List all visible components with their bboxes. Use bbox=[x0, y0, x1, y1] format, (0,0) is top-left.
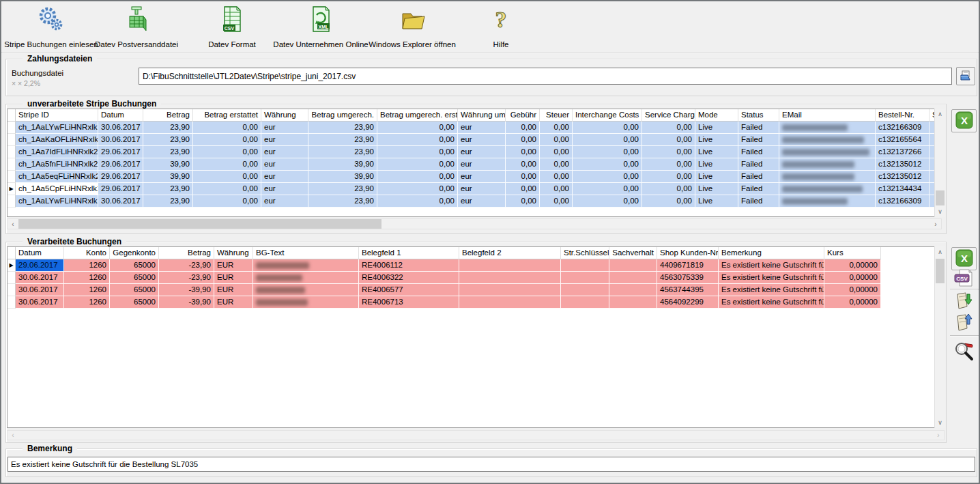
cell-bemerkung[interactable]: Es existiert keine Gutschrift für bbox=[719, 284, 824, 296]
cell-belegfeld1[interactable]: RE4006322 bbox=[359, 272, 459, 284]
cell-status[interactable]: Failed bbox=[738, 146, 779, 158]
table-row[interactable]: ch_1Aa5eqFLiHNRxlk2l29.06.201739,900,00e… bbox=[8, 171, 945, 183]
cell-waehrung-umg[interactable]: eur bbox=[458, 195, 506, 208]
cell-mode[interactable]: Live bbox=[695, 158, 738, 171]
column-header-sachverhalt[interactable]: Sachverhalt bbox=[609, 247, 657, 259]
cell-steuer[interactable]: 0,00 bbox=[540, 158, 573, 171]
cell-bemerkung[interactable]: Es existiert keine Gutschrift für bbox=[719, 259, 824, 272]
cell-betrag-umgerech-erst[interactable]: 0,00 bbox=[377, 195, 458, 208]
cell-status[interactable]: Failed bbox=[738, 195, 779, 208]
column-header-shop-kunden-nr[interactable]: Shop Kunden-Nr. bbox=[657, 247, 719, 259]
column-header-mode[interactable]: Mode bbox=[695, 109, 738, 122]
cell-bg-text[interactable] bbox=[253, 296, 359, 309]
cell-betrag-umgerech[interactable]: 23,90 bbox=[308, 122, 377, 134]
column-header-belegfeld1[interactable]: Belegfeld 1 bbox=[359, 247, 459, 259]
cell-kurs[interactable]: 0,00000 bbox=[824, 296, 881, 309]
cell-service-charge[interactable]: 0,00 bbox=[642, 195, 695, 208]
cell-bestell-nr[interactable]: c132134434 bbox=[876, 183, 929, 195]
cell-gebuehr[interactable]: 0,00 bbox=[506, 134, 540, 146]
cell-gegenkonto[interactable]: 65000 bbox=[110, 284, 159, 296]
cell-waehrung[interactable]: eur bbox=[261, 134, 308, 146]
column-header-service-charge[interactable]: Service Charge bbox=[642, 109, 695, 122]
cell-gebuehr[interactable]: 0,00 bbox=[506, 146, 540, 158]
cell-betrag-umgerech[interactable]: 39,90 bbox=[308, 158, 377, 171]
datev-unternehmen-online-button[interactable]: XML Datev Unternehmen Online bbox=[275, 5, 366, 48]
cell-belegfeld2[interactable] bbox=[459, 259, 561, 272]
cell-belegfeld2[interactable] bbox=[459, 272, 561, 284]
cell-betrag[interactable]: 23,90 bbox=[143, 183, 193, 195]
cell-gegenkonto[interactable]: 65000 bbox=[110, 272, 159, 284]
bemerkung-input[interactable] bbox=[8, 457, 975, 472]
cell-betrag-erstattet[interactable]: 0,00 bbox=[193, 122, 261, 134]
cell-betrag-erstattet[interactable]: 0,00 bbox=[193, 158, 261, 171]
column-header-gegenkonto[interactable]: Gegenkonto bbox=[110, 247, 159, 259]
cell-betrag[interactable]: 39,90 bbox=[143, 158, 193, 171]
cell-konto[interactable]: 1260 bbox=[64, 284, 110, 296]
cell-belegfeld1[interactable]: RE4006577 bbox=[359, 284, 459, 296]
cell-mode[interactable]: Live bbox=[695, 122, 738, 134]
cell-betrag-erstattet[interactable]: 0,00 bbox=[193, 134, 261, 146]
cell-interchange-costs[interactable]: 0,00 bbox=[573, 183, 642, 195]
cell-kurs[interactable]: 0,00000 bbox=[824, 259, 881, 272]
cell-service-charge[interactable]: 0,00 bbox=[642, 122, 695, 134]
cell-status[interactable]: Failed bbox=[738, 171, 779, 183]
cell-betrag[interactable]: -23,90 bbox=[159, 259, 214, 272]
cell-betrag-erstattet[interactable]: 0,00 bbox=[193, 146, 261, 158]
cell-waehrung-umg[interactable]: eur bbox=[458, 183, 506, 195]
cell-stripe-id[interactable]: ch_1Aa5eqFLiHNRxlk2l bbox=[16, 171, 98, 183]
cell-bg-text[interactable] bbox=[253, 272, 359, 284]
cell-konto[interactable]: 1260 bbox=[64, 296, 110, 309]
cell-datum[interactable]: 29.06.2017 bbox=[98, 183, 143, 195]
cell-shop-kunden-nr[interactable]: 4563075339 bbox=[657, 272, 719, 284]
cell-belegfeld2[interactable] bbox=[459, 284, 561, 296]
cell-betrag-umgerech[interactable]: 23,90 bbox=[308, 146, 377, 158]
cell-stripe-id[interactable]: ch_1AaLYwFLiHNRxlk2 bbox=[16, 122, 98, 134]
cell-betrag-umgerech[interactable]: 39,90 bbox=[308, 171, 377, 183]
cell-email[interactable] bbox=[779, 183, 876, 195]
column-header-datum[interactable]: Datum bbox=[98, 109, 143, 122]
cell-bg-text[interactable] bbox=[253, 284, 359, 296]
cell-datum[interactable]: 30.06.2017 bbox=[16, 296, 64, 309]
cell-status[interactable]: Failed bbox=[738, 122, 779, 134]
cell-status[interactable]: Failed bbox=[738, 183, 779, 195]
cell-waehrung-umg[interactable]: eur bbox=[458, 171, 506, 183]
browse-file-button[interactable] bbox=[956, 67, 975, 85]
cell-kurs[interactable]: 0,00000 bbox=[824, 284, 881, 296]
cell-bestell-nr[interactable]: c132166309 bbox=[876, 122, 929, 134]
cell-waehrung[interactable]: eur bbox=[261, 195, 308, 208]
cell-stripe-id[interactable]: ch_1AaKaOFLiHNRxlk2 bbox=[16, 134, 98, 146]
cell-betrag-umgerech-erst[interactable]: 0,00 bbox=[377, 171, 458, 183]
processed-grid-horizontal-scrollbar[interactable]: ‹ › bbox=[7, 430, 945, 440]
cell-email[interactable] bbox=[779, 195, 876, 208]
scroll-left-arrow[interactable]: ‹ bbox=[8, 219, 18, 229]
scroll-right-arrow[interactable]: › bbox=[933, 431, 944, 440]
cell-mode[interactable]: Live bbox=[695, 134, 738, 146]
cell-service-charge[interactable]: 0,00 bbox=[642, 146, 695, 158]
buchungsdatei-path-input[interactable] bbox=[139, 68, 952, 85]
cell-waehrung[interactable]: eur bbox=[261, 158, 308, 171]
hilfe-button[interactable]: ? Hilfe bbox=[480, 5, 522, 48]
cell-datum[interactable]: 30.06.2017 bbox=[98, 122, 143, 134]
cell-mode[interactable]: Live bbox=[695, 146, 738, 158]
cell-betrag-umgerech-erst[interactable]: 0,00 bbox=[377, 183, 458, 195]
cell-waehrung[interactable]: eur bbox=[261, 183, 308, 195]
cell-waehrung[interactable]: EUR bbox=[214, 284, 253, 296]
cell-shop-kunden-nr[interactable]: 4409671819 bbox=[657, 259, 719, 272]
cell-betrag-umgerech[interactable]: 23,90 bbox=[308, 195, 377, 208]
scrollbar-thumb[interactable] bbox=[936, 190, 945, 205]
scrollbar-thumb[interactable] bbox=[18, 219, 381, 229]
cell-service-charge[interactable]: 0,00 bbox=[642, 183, 695, 195]
export-excel-unprocessed-button[interactable]: X bbox=[951, 109, 977, 132]
scroll-right-arrow[interactable]: › bbox=[930, 219, 941, 229]
column-header-gebuehr[interactable]: Gebühr bbox=[506, 109, 540, 122]
cell-stripe-id[interactable]: ch_1Aa5CpFLiHNRxlk2 bbox=[16, 183, 98, 195]
cell-sachverhalt[interactable] bbox=[609, 284, 657, 296]
table-row[interactable]: ch_1AaKaOFLiHNRxlk230.06.201723,900,00eu… bbox=[8, 134, 945, 146]
cell-bestell-nr[interactable]: c132135012 bbox=[876, 171, 929, 183]
cell-betrag-umgerech-erst[interactable]: 0,00 bbox=[377, 158, 458, 171]
windows-explorer-oeffnen-button[interactable]: Windows Explorer öffnen bbox=[370, 5, 455, 48]
cell-betrag[interactable]: 39,90 bbox=[143, 171, 193, 183]
column-header-betrag[interactable]: Betrag bbox=[159, 247, 214, 259]
cell-interchange-costs[interactable]: 0,00 bbox=[573, 122, 642, 134]
column-header-str-schluessel[interactable]: Str.Schlüssel bbox=[561, 247, 609, 259]
